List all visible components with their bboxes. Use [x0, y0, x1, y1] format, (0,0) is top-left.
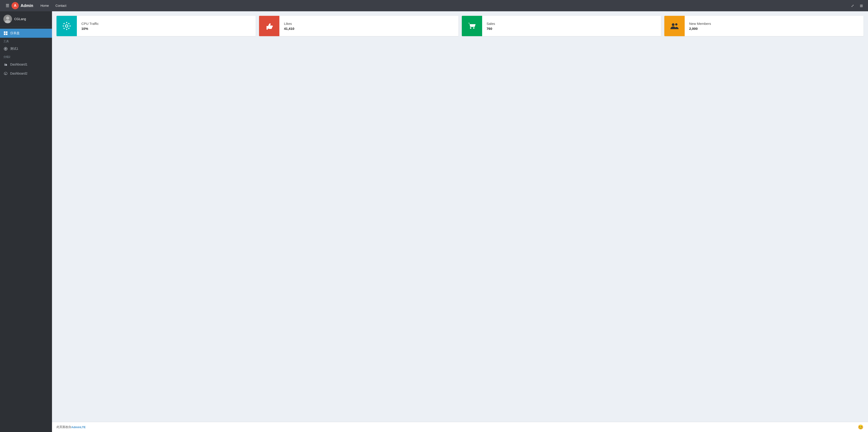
svg-rect-23	[68, 23, 70, 24]
sales-value: 760	[487, 27, 656, 31]
sidebar-toggle-button[interactable]: ☰	[3, 2, 11, 9]
nav-link-home[interactable]: Home	[38, 2, 52, 9]
sales-info: Sales 760	[482, 18, 661, 34]
stat-card-new-members: New Members 2,000	[664, 16, 864, 36]
footer-link[interactable]: AdminLTE	[71, 426, 86, 429]
top-navbar: ☰ A Admin Home Contact ⤢ ⊞	[0, 0, 868, 11]
footer-inner: 此页面改自AdminLTE 😊	[57, 424, 864, 430]
sidebar-nav: 仪表盘 工具 测试1 分组2	[0, 27, 52, 80]
nav-link-contact[interactable]: Contact	[53, 2, 69, 9]
smile-icon: 😊	[858, 424, 864, 430]
stat-card-likes: Likes 41,410	[259, 16, 458, 36]
main-footer: 此页面改自AdminLTE 😊	[52, 422, 868, 432]
avatar-image	[3, 15, 12, 23]
brand-name: Admin	[21, 3, 33, 8]
sidebar-item-label-dashboard2: Dashboard2	[10, 72, 27, 75]
test1-icon	[3, 46, 8, 51]
nav-item-home[interactable]: Home	[38, 4, 52, 7]
stat-card-cpu-traffic: CPU Traffic 10%	[57, 16, 256, 36]
svg-point-8	[5, 48, 6, 49]
user-name: CGLang	[14, 17, 26, 21]
top-nav-links: Home Contact	[38, 4, 69, 7]
sidebar-item-dashboard1[interactable]: Dashboard1	[0, 60, 52, 69]
sidebar-item-label-dashboard1: Dashboard1	[10, 63, 27, 66]
grid-button[interactable]: ⊞	[858, 2, 865, 9]
brand: A Admin	[11, 2, 33, 9]
expand-button[interactable]: ⤢	[849, 2, 856, 9]
svg-point-24	[470, 27, 471, 29]
sidebar-item-dashboard2[interactable]: Dashboard2	[0, 69, 52, 78]
stat-card-sales: Sales 760	[462, 16, 661, 36]
new-members-icon-box	[664, 16, 685, 36]
thumbs-up-icon	[265, 22, 274, 31]
new-members-label: New Members	[689, 22, 859, 26]
sidebar-item-label-dashboard: 仪表盘	[10, 31, 20, 35]
svg-line-13	[5, 73, 6, 74]
sales-icon-box	[462, 16, 482, 36]
svg-point-1	[6, 16, 9, 20]
svg-rect-4	[6, 31, 7, 33]
brand-logo: A	[11, 2, 19, 9]
svg-point-26	[672, 23, 675, 26]
sidebar-item-label-test1: 测试1	[10, 47, 18, 51]
svg-point-15	[66, 25, 68, 27]
svg-rect-6	[6, 33, 7, 35]
content-wrapper: CPU Traffic 10% Likes 41,410	[52, 11, 868, 432]
sidebar-section-tools: 工具	[0, 38, 52, 44]
dashboard2-icon	[3, 71, 8, 76]
svg-rect-20	[63, 23, 65, 24]
gear-icon	[62, 22, 71, 31]
svg-point-27	[675, 23, 677, 26]
svg-rect-21	[68, 28, 70, 29]
nav-item-contact[interactable]: Contact	[53, 4, 69, 7]
navbar-right: ⤢ ⊞	[849, 2, 865, 9]
brand-initial: A	[14, 4, 17, 8]
sidebar-item-test1[interactable]: 测试1	[0, 44, 52, 53]
footer-text: 此页面改自	[57, 425, 71, 429]
cpu-traffic-label: CPU Traffic	[81, 22, 251, 26]
svg-rect-5	[4, 33, 5, 35]
likes-value: 41,410	[284, 27, 454, 31]
cpu-traffic-info: CPU Traffic 10%	[77, 18, 256, 34]
cpu-traffic-value: 10%	[81, 27, 251, 31]
svg-point-25	[473, 27, 474, 29]
likes-icon-box	[259, 16, 279, 36]
likes-info: Likes 41,410	[279, 18, 458, 34]
likes-label: Likes	[284, 22, 454, 26]
svg-rect-18	[63, 26, 64, 27]
sidebar: CGLang 仪表盘 工具	[0, 11, 52, 432]
cart-icon	[467, 22, 476, 31]
sidebar-section-group2: 分组2	[0, 53, 52, 60]
dashboard1-icon	[3, 62, 8, 67]
main-wrapper: CGLang 仪表盘 工具	[0, 11, 868, 432]
main-content: CPU Traffic 10% Likes 41,410	[52, 11, 868, 422]
stats-row: CPU Traffic 10% Likes 41,410	[57, 16, 864, 36]
avatar	[3, 15, 12, 23]
new-members-value: 2,000	[689, 27, 859, 31]
dashboard-icon	[3, 31, 8, 35]
sidebar-item-dashboard[interactable]: 仪表盘	[0, 29, 52, 38]
svg-rect-3	[4, 31, 5, 33]
svg-rect-16	[66, 22, 67, 23]
svg-rect-17	[66, 29, 67, 30]
cpu-traffic-icon-box	[57, 16, 77, 36]
new-members-info: New Members 2,000	[685, 18, 864, 34]
svg-rect-22	[63, 28, 65, 29]
sidebar-user: CGLang	[0, 11, 52, 27]
users-icon	[670, 22, 679, 31]
svg-rect-19	[69, 26, 71, 27]
sales-label: Sales	[487, 22, 656, 26]
